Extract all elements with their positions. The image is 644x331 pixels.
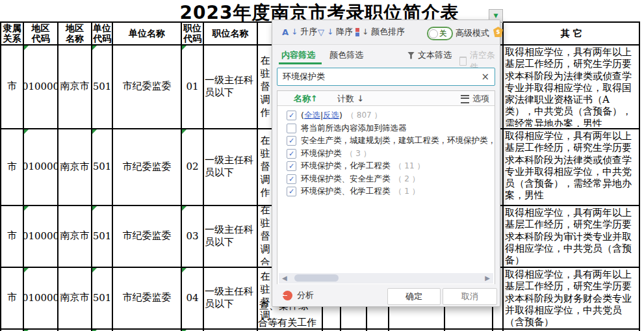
options-label: 选项: [472, 93, 489, 105]
color-sort-button[interactable]: ↓ 颜色排序: [355, 26, 405, 38]
sort-ascending-label: 升序: [300, 26, 317, 38]
filter-footer: 分析 确定 取消: [272, 284, 500, 306]
filter-toolbar: A↓ 升序 ▽↓ 降序 ↓ 颜色排序 关 高级模式 $: [272, 20, 500, 45]
analyze-button[interactable]: 分析: [283, 289, 314, 301]
advanced-mode-toggle[interactable]: 关: [427, 27, 453, 40]
checkbox-checked-icon[interactable]: ✓: [287, 111, 296, 120]
cell-unit-name[interactable]: 市纪委监委: [113, 46, 181, 127]
sort-by-count-button[interactable]: 计数 ↓: [337, 93, 364, 105]
scrollbar-thumb[interactable]: [294, 274, 339, 282]
filter-item-count: （ 2 ）: [394, 174, 420, 185]
cell-position-intro[interactable]: 在 驻 督 调 合: [258, 206, 272, 265]
cell-position-code[interactable]: 03: [182, 206, 203, 265]
stored-as-text-indicator: [92, 268, 97, 272]
cell-affiliation[interactable]: 市: [1, 129, 23, 204]
checkbox-checked-icon[interactable]: ✓: [287, 149, 296, 159]
sort-ascending-button[interactable]: A↓ 升序: [282, 26, 317, 38]
cell-position-name[interactable]: 一级主任科员以下: [205, 268, 255, 327]
cell-unit-code[interactable]: 501: [92, 268, 112, 327]
cell-region-name[interactable]: 南京市: [58, 46, 91, 127]
cell-unit-name[interactable]: 市纪委监委: [113, 268, 181, 327]
tab-content-filter[interactable]: 内容筛选: [281, 49, 315, 61]
cell-unit-code[interactable]: 501: [92, 46, 112, 127]
filter-dropdown-icon: ▼: [494, 13, 498, 19]
filter-list-item[interactable]: ✓安全生产类，城建规划类，建筑工程类，环境保护类，: [277, 135, 495, 148]
cell-unit-code[interactable]: 501: [92, 206, 112, 265]
filter-list-item[interactable]: 将当前所选内容添加到筛选器: [277, 122, 495, 135]
autofilter-panel: A↓ 升序 ▽↓ 降序 ↓ 颜色排序 关 高级模式 $: [272, 20, 500, 307]
cell-region-name[interactable]: 南京市: [58, 206, 91, 265]
cell-position-code[interactable]: 01: [182, 46, 203, 127]
cell-position-name[interactable]: 一级主任科员以下: [205, 129, 255, 204]
filter-list-item[interactable]: ✓环境保护类、化学工程类（ 1 ）: [277, 185, 495, 198]
cell-other-requirements[interactable]: 取得相应学位，具有两年以上基层工作经历，研究生学历要求本科阶段为审计类专业并取得…: [505, 207, 636, 265]
filter-list-item[interactable]: ✓环境保护类、安全生产类（ 2 ）: [277, 173, 495, 186]
column-header[interactable]: 单位 代码: [92, 23, 112, 43]
scroll-right-icon[interactable]: ▶: [485, 275, 490, 282]
filter-list-item[interactable]: ✓环境保护类，化学工程类（ 11 ）: [277, 160, 495, 173]
cell-affiliation[interactable]: 市: [1, 268, 23, 327]
checkbox-checked-icon[interactable]: ✓: [287, 174, 296, 184]
cell-position-intro[interactable]: 在 驻 督 调 作: [258, 46, 272, 127]
column-header[interactable]: 隶属 关系: [1, 23, 23, 43]
column-header[interactable]: 地区 名称: [58, 23, 91, 43]
cell-position-name[interactable]: 一级主任科员以下: [205, 46, 255, 127]
filter-search-input[interactable]: [277, 72, 476, 82]
column-header[interactable]: 单位名称: [113, 23, 181, 43]
cell-other-requirements[interactable]: 取得相应学位，具有两年以上基层工作经历，研究生学历要求本科阶段为法律类或侦查学专…: [505, 130, 636, 204]
cell-region-code[interactable]: 010000: [24, 206, 57, 265]
cell-region-code[interactable]: 010000: [24, 46, 57, 127]
cell-region-code[interactable]: 010000: [24, 268, 57, 327]
down-arrow-icon: ↓: [362, 28, 368, 36]
pie-chart-icon: [283, 291, 292, 300]
cell-unit-name[interactable]: 市纪委监委: [113, 206, 181, 265]
paren: ): [339, 111, 342, 120]
horizontal-scrollbar[interactable]: ◀ ▶: [279, 273, 493, 284]
cell-unit-name[interactable]: 市纪委监委: [113, 129, 181, 204]
filter-item-count: （ 1 ）: [394, 186, 420, 197]
invert-selection-link[interactable]: 反选: [323, 110, 339, 121]
options-button[interactable]: 选项: [461, 93, 489, 105]
down-arrow-icon: ↓: [327, 28, 333, 36]
cell-region-name[interactable]: 南京市: [58, 129, 91, 204]
sort-descending-button[interactable]: ▽↓ 降序: [318, 26, 353, 38]
filter-item-label: 安全生产类，城建规划类，建筑工程类，环境保护类，: [301, 135, 495, 146]
ok-button[interactable]: 确定: [387, 288, 441, 305]
cell-position-code[interactable]: 04: [182, 268, 203, 327]
cell-affiliation[interactable]: 市: [1, 46, 23, 127]
filter-list-item[interactable]: ✓(全选|反选)（ 807 ）: [277, 109, 495, 122]
filter-item-count: （ 807 ）: [346, 110, 382, 121]
cell-other-requirements[interactable]: 取得相应学位，具有两年以上基层工作经历，研究生学历要求本科阶段为法律类或侦查学专…: [505, 46, 636, 127]
cell-region-name[interactable]: 南京市: [58, 268, 91, 327]
column-header[interactable]: 其 它: [504, 23, 639, 43]
sort-ascending-icon: A: [282, 28, 289, 36]
filter-item-count: （ 11 ）: [394, 161, 425, 172]
cell-region-code[interactable]: 010000: [24, 129, 57, 204]
checkbox-checked-icon[interactable]: ✓: [287, 187, 296, 196]
column-header[interactable]: 职位 代码: [182, 23, 203, 43]
filter-list-item[interactable]: ✓环境保护类（ 3 ）: [277, 148, 495, 161]
cell-position-intro[interactable]: 在 驻 督 调 作: [258, 129, 272, 204]
filter-item-label: 环境保护类，化学工程类: [301, 161, 391, 172]
stored-as-text-indicator: [24, 206, 29, 211]
cell-unit-code[interactable]: 501: [92, 129, 112, 204]
cancel-button[interactable]: 取消: [443, 288, 497, 305]
select-all-link[interactable]: 全选: [304, 110, 320, 121]
grid-line: [502, 21, 504, 331]
cell-intro-tail-line[interactable]: 合等有关工作: [258, 317, 322, 328]
cell-position-code[interactable]: 02: [182, 129, 203, 204]
checkbox-unchecked-icon[interactable]: [287, 124, 296, 133]
down-arrow-icon: ↓: [291, 28, 298, 36]
tab-color-filter[interactable]: 颜色筛选: [329, 49, 363, 61]
scroll-left-icon[interactable]: ◀: [282, 275, 287, 282]
checkbox-checked-icon[interactable]: ✓: [287, 161, 296, 171]
text-filter-button[interactable]: 文本筛选: [407, 49, 452, 61]
sort-by-name-button[interactable]: 名称↑: [294, 93, 318, 105]
cell-affiliation[interactable]: 市: [1, 206, 23, 265]
column-header[interactable]: 地区 代码: [24, 23, 57, 43]
cell-position-name[interactable]: 一级主任科员以下: [205, 206, 255, 265]
cell-other-requirements[interactable]: 取得相应学位，具有两年以上基层工作经历，研究生学历要求本科阶段为财务财会类专业并…: [505, 269, 636, 327]
checkbox-checked-icon[interactable]: ✓: [287, 136, 296, 146]
column-header[interactable]: 职位名称: [204, 23, 257, 43]
clear-search-icon[interactable]: ×: [476, 71, 495, 83]
